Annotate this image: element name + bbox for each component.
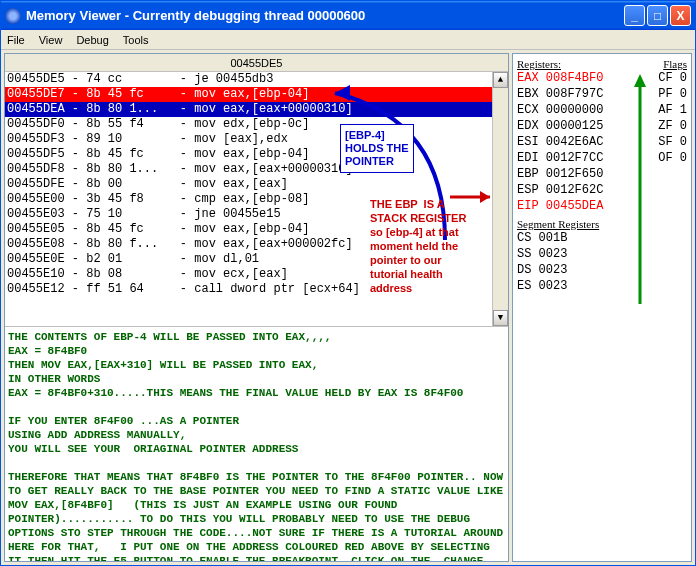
- notes-pane[interactable]: THE CONTENTS OF EBP-4 WILL BE PASSED INT…: [5, 327, 508, 561]
- segment-row: DS 0023: [517, 262, 687, 278]
- register-row: EBX 008F797CPF 0: [517, 86, 687, 102]
- disasm-line[interactable]: 00455DF8 - 8b 80 1... - mov eax,[eax+000…: [5, 162, 508, 177]
- titlebar[interactable]: Memory Viewer - Currently debugging thre…: [1, 1, 695, 30]
- register-value: EBX 008F797C: [517, 86, 603, 102]
- register-row: EIP 00455DEA: [517, 198, 687, 214]
- menu-view[interactable]: View: [39, 34, 63, 46]
- annotation-ebp-stack: THE EBP IS A STACK REGISTER so [ebp-4] a…: [370, 197, 466, 295]
- segment-row: SS 0023: [517, 246, 687, 262]
- flag-value: PF 0: [658, 86, 687, 102]
- menu-debug[interactable]: Debug: [76, 34, 108, 46]
- disasm-line[interactable]: 00455DF5 - 8b 45 fc - mov eax,[ebp-04]: [5, 147, 508, 162]
- flag-value: AF 1: [658, 102, 687, 118]
- register-value: EDX 00000125: [517, 118, 603, 134]
- menubar: File View Debug Tools: [1, 30, 695, 50]
- register-row: EDI 0012F7CCOF 0: [517, 150, 687, 166]
- maximize-button[interactable]: □: [647, 5, 668, 26]
- content-area: 00455DE5 00455DE5 - 74 cc - je 00455db30…: [1, 50, 695, 565]
- disasm-line[interactable]: 00455DF3 - 89 10 - mov [eax],edx: [5, 132, 508, 147]
- left-pane: 00455DE5 00455DE5 - 74 cc - je 00455db30…: [4, 53, 509, 562]
- flags-label: Flags: [663, 58, 687, 70]
- register-value: ESP 0012F62C: [517, 182, 603, 198]
- register-value: EDI 0012F7CC: [517, 150, 603, 166]
- close-button[interactable]: X: [670, 5, 691, 26]
- main-window: Memory Viewer - Currently debugging thre…: [0, 0, 696, 566]
- register-row: EBP 0012F650: [517, 166, 687, 182]
- disasm-line[interactable]: 00455DE5 - 74 cc - je 00455db3: [5, 72, 508, 87]
- scrollbar[interactable]: ▲ ▼: [492, 72, 508, 326]
- register-value: EIP 00455DEA: [517, 198, 603, 214]
- scroll-up-icon[interactable]: ▲: [493, 72, 508, 88]
- app-icon: [5, 8, 21, 24]
- register-value: ESI 0042E6AC: [517, 134, 603, 150]
- flag-value: OF 0: [658, 150, 687, 166]
- address-header: 00455DE5: [5, 54, 508, 72]
- flag-value: ZF 0: [658, 118, 687, 134]
- register-row: EDX 00000125ZF 0: [517, 118, 687, 134]
- register-value: EBP 0012F650: [517, 166, 603, 182]
- registers-label: Registers:: [517, 58, 561, 70]
- register-value: EAX 008F4BF0: [517, 70, 603, 86]
- menu-tools[interactable]: Tools: [123, 34, 149, 46]
- annotation-ebp4: [EBP-4] HOLDS THE POINTER: [340, 124, 414, 173]
- menu-file[interactable]: File: [7, 34, 25, 46]
- scroll-down-icon[interactable]: ▼: [493, 310, 508, 326]
- window-controls: _ □ X: [624, 5, 691, 26]
- register-row: ECX 00000000AF 1: [517, 102, 687, 118]
- registers-pane: Registers: Flags EAX 008F4BF0CF 0EBX 008…: [512, 53, 692, 562]
- register-row: EAX 008F4BF0CF 0: [517, 70, 687, 86]
- disasm-line[interactable]: 00455DF0 - 8b 55 f4 - mov edx,[ebp-0c]: [5, 117, 508, 132]
- segment-row: CS 001B: [517, 230, 687, 246]
- register-row: ESI 0042E6ACSF 0: [517, 134, 687, 150]
- segment-registers-label: Segment Registers: [517, 218, 687, 230]
- segment-row: ES 0023: [517, 278, 687, 294]
- window-title: Memory Viewer - Currently debugging thre…: [26, 8, 624, 23]
- disasm-line[interactable]: 00455DEA - 8b 80 1... - mov eax,[eax+000…: [5, 102, 508, 117]
- flag-value: SF 0: [658, 134, 687, 150]
- register-row: ESP 0012F62C: [517, 182, 687, 198]
- registers-header: Registers: Flags: [517, 58, 687, 70]
- flag-value: CF 0: [658, 70, 687, 86]
- register-value: ECX 00000000: [517, 102, 603, 118]
- disasm-line[interactable]: 00455DFE - 8b 00 - mov eax,[eax]: [5, 177, 508, 192]
- disassembly-view[interactable]: 00455DE5 - 74 cc - je 00455db300455DE7 -…: [5, 72, 508, 327]
- disasm-line[interactable]: 00455DE7 - 8b 45 fc - mov eax,[ebp-04]: [5, 87, 508, 102]
- minimize-button[interactable]: _: [624, 5, 645, 26]
